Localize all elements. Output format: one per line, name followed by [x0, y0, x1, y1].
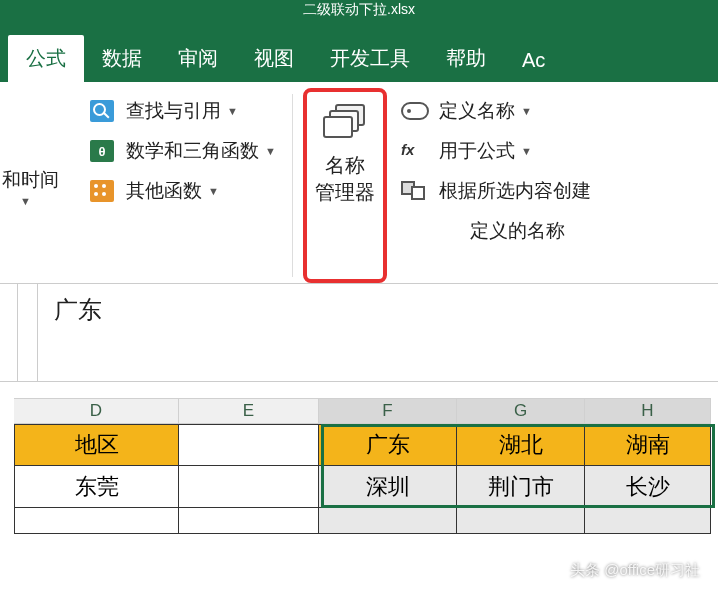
more-functions-button[interactable]: 其他函数 ▼ [88, 178, 276, 204]
create-from-selection-label: 根据所选内容创建 [439, 178, 591, 204]
lookup-ref-label: 查找与引用 [126, 98, 221, 124]
name-manager-button[interactable]: 名称管理器 [303, 88, 387, 283]
chevron-down-icon: ▼ [521, 105, 532, 117]
lookup-ref-button[interactable]: 查找与引用 ▼ [88, 98, 276, 124]
fx-button-cut[interactable] [18, 284, 38, 381]
tab-review[interactable]: 审阅 [160, 35, 236, 82]
math-icon: θ [88, 139, 116, 163]
cell-f1[interactable]: 广东 [319, 424, 457, 466]
formula-input[interactable]: 广东 [38, 284, 718, 381]
col-header-g[interactable]: G [457, 398, 585, 424]
tab-help[interactable]: 帮助 [428, 35, 504, 82]
col-header-h[interactable]: H [585, 398, 711, 424]
formula-bar: 广东 [0, 284, 718, 382]
column-headers: D E F G H [0, 398, 718, 424]
cell-h1[interactable]: 湖南 [585, 424, 711, 466]
more-functions-icon [88, 179, 116, 203]
tab-formulas[interactable]: 公式 [8, 35, 84, 82]
cell-d2[interactable]: 东莞 [14, 466, 179, 508]
chevron-down-icon: ▼ [521, 145, 532, 157]
tab-data[interactable]: 数据 [84, 35, 160, 82]
cell-d3[interactable] [14, 508, 179, 534]
define-name-button[interactable]: 定义名称 ▼ [401, 98, 591, 124]
name-box-cut[interactable] [0, 284, 18, 381]
worksheet[interactable]: D E F G H 地区 广东 湖北 湖南 东莞 深圳 荆门市 长沙 [0, 398, 718, 534]
col-header-f[interactable]: F [319, 398, 457, 424]
lookup-icon [88, 99, 116, 123]
cell-e3[interactable] [179, 508, 319, 534]
col-header-e[interactable]: E [179, 398, 319, 424]
chevron-down-icon: ▼ [227, 105, 238, 117]
defined-names-group: 定义名称 ▼ fx 用于公式 ▼ 根据所选内容创建 定义的名称 [391, 88, 595, 283]
fx-icon: fx [401, 141, 429, 161]
table-row [0, 508, 718, 534]
file-name: 二级联动下拉.xlsx [303, 1, 415, 17]
ribbon-band [0, 22, 718, 36]
defined-names-group-label: 定义的名称 [445, 218, 591, 244]
ribbon-tabs: 公式 数据 审阅 视图 开发工具 帮助 Ac [0, 36, 718, 82]
tab-cut[interactable]: Ac [504, 39, 563, 82]
tag-icon [401, 102, 429, 120]
cell-h3[interactable] [585, 508, 711, 534]
date-time-cut-label[interactable]: 和时间 [2, 167, 80, 193]
cell-e1[interactable] [179, 424, 319, 466]
create-from-selection-icon [401, 181, 429, 201]
use-in-formula-button[interactable]: fx 用于公式 ▼ [401, 138, 591, 164]
cell-f3[interactable] [319, 508, 457, 534]
define-name-label: 定义名称 [439, 98, 515, 124]
ribbon-left-cut: 和时间 ▼ [0, 88, 80, 283]
ribbon: 和时间 ▼ 查找与引用 ▼ θ 数学和三角函数 ▼ 其他函数 ▼ 名称管理器 定… [0, 82, 718, 284]
person-icon [548, 563, 564, 579]
cell-d1[interactable]: 地区 [14, 424, 179, 466]
cell-f2[interactable]: 深圳 [319, 466, 457, 508]
create-from-selection-button[interactable]: 根据所选内容创建 [401, 178, 591, 204]
cell-g1[interactable]: 湖北 [457, 424, 585, 466]
table-row: 东莞 深圳 荆门市 长沙 [0, 466, 718, 508]
more-functions-label: 其他函数 [126, 178, 202, 204]
cell-e2[interactable] [179, 466, 319, 508]
watermark: 头条 @office研习社 [548, 561, 700, 580]
name-manager-label: 名称管理器 [315, 152, 375, 206]
math-trig-button[interactable]: θ 数学和三角函数 ▼ [88, 138, 276, 164]
math-trig-label: 数学和三角函数 [126, 138, 259, 164]
use-in-formula-label: 用于公式 [439, 138, 515, 164]
cell-h2[interactable]: 长沙 [585, 466, 711, 508]
tab-view[interactable]: 视图 [236, 35, 312, 82]
separator [292, 94, 293, 277]
cell-g3[interactable] [457, 508, 585, 534]
chevron-down-icon: ▼ [265, 145, 276, 157]
chevron-down-icon[interactable]: ▼ [20, 195, 80, 207]
function-library-group: 查找与引用 ▼ θ 数学和三角函数 ▼ 其他函数 ▼ [80, 88, 286, 283]
table-row: 地区 广东 湖北 湖南 [0, 424, 718, 466]
watermark-text: 头条 @office研习社 [570, 561, 700, 580]
chevron-down-icon: ▼ [208, 185, 219, 197]
cell-g2[interactable]: 荆门市 [457, 466, 585, 508]
col-header-d[interactable]: D [14, 398, 179, 424]
title-bar: 二级联动下拉.xlsx [0, 0, 718, 22]
name-manager-icon [323, 104, 367, 138]
tab-developer[interactable]: 开发工具 [312, 35, 428, 82]
